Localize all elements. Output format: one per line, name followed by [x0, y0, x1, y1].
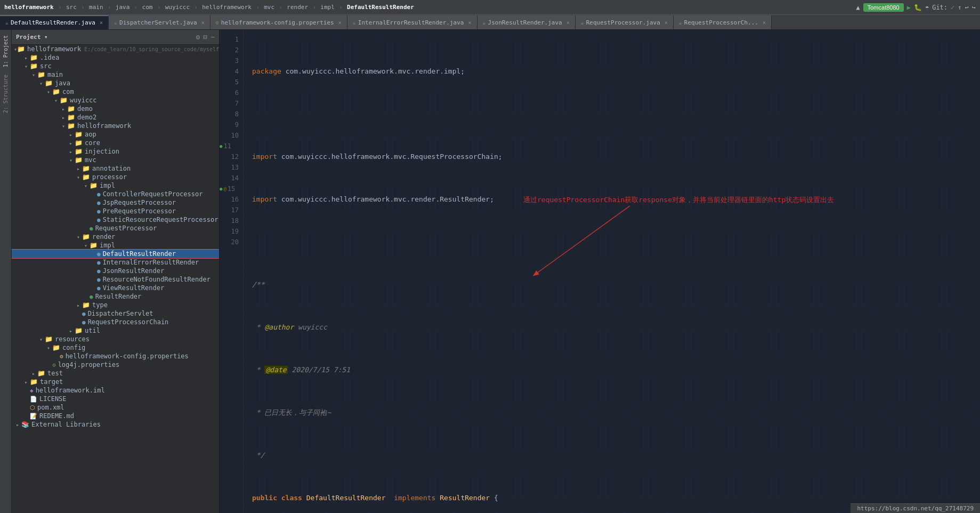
tree-item-aop[interactable]: ▸ 📁 aop — [12, 130, 219, 139]
folder-icon-demo2: 📁 — [67, 114, 75, 121]
java-interface-icon-rp: ● — [90, 225, 93, 232]
tree-item-annotation[interactable]: ▸ 📁 annotation — [12, 164, 219, 173]
tree-item-ierr[interactable]: ● InternalErrorResultRender — [12, 258, 219, 267]
undo-icon[interactable]: ↩ — [965, 4, 969, 11]
tree-item-target[interactable]: ▸ 📁 target — [12, 378, 219, 386]
tree-item-srrp[interactable]: ● StaticResourceRequestProcessor — [12, 215, 219, 224]
folder-icon-main: 📁 — [37, 71, 45, 78]
tree-item-readme[interactable]: 📝 REDEME.md — [12, 412, 219, 420]
tree-item-core[interactable]: ▸ 📁 core — [12, 139, 219, 147]
tab-default-result-render[interactable]: ☕ DefaultResultRender.java × — [0, 15, 109, 29]
tree-item-log4j[interactable]: ⚙ log4j.properties — [12, 360, 219, 369]
redo-icon[interactable]: ↪ — [972, 4, 976, 11]
tree-item-vrr[interactable]: ● ViewResultRender — [12, 284, 219, 292]
tree-arrow-wuyiccc: ▾ — [52, 98, 60, 103]
tab-request-processor-chain[interactable]: ☕ RequestProcessorCh... × — [674, 15, 772, 29]
tree-item-java[interactable]: ▾ 📁 java — [12, 79, 219, 87]
tab-close-7[interactable]: × — [763, 20, 766, 26]
tree-item-main[interactable]: ▾ 📁 main — [12, 70, 219, 79]
tab-java-icon-4: ☕ — [483, 20, 486, 26]
title-right-section: ▲ Tomcat8080 ▶ 🐛 ☂ Git: ✓ ↑ ↩ ↪ — [856, 3, 976, 12]
tab-close-1[interactable]: × — [100, 20, 103, 26]
tree-item-proc-impl[interactable]: ▾ 📁 impl — [12, 181, 219, 190]
tab-close-6[interactable]: × — [665, 20, 668, 26]
tree-label-com: com — [62, 88, 74, 95]
sidebar-layout-icon[interactable]: ⊟ — [203, 33, 207, 41]
tab-close-5[interactable]: × — [566, 20, 570, 26]
tree-item-hf-config[interactable]: ⚙ helloframework-config.properties — [12, 352, 219, 360]
tree-item-iml[interactable]: ◆ helloframework.iml — [12, 386, 219, 395]
java-icon-rpc: ● — [82, 319, 86, 326]
folder-icon-com: 📁 — [52, 88, 60, 95]
title-main: main — [89, 4, 103, 11]
tree-item-drr[interactable]: ● DefaultResultRender — [12, 250, 219, 258]
tree-item-idea[interactable]: ▸ 📁 .idea — [12, 53, 219, 62]
title-sep5: › — [157, 4, 160, 11]
code-content[interactable]: package com.wuyiccc.helloframework.mvc.r… — [244, 30, 980, 513]
tree-label-hf-config: helloframework-config.properties — [66, 352, 189, 360]
git-update-icon[interactable]: ↑ — [958, 4, 961, 11]
tree-item-render[interactable]: ▾ 📁 render — [12, 233, 219, 241]
tree-item-com[interactable]: ▾ 📁 com — [12, 87, 219, 96]
tree-item-crp[interactable]: ● ControllerRequestProcessor — [12, 190, 219, 198]
run-config-button[interactable]: Tomcat8080 — [863, 3, 904, 12]
tab-dispatcher-servlet[interactable]: ☕ DispatcherServlet.java × — [109, 15, 210, 29]
tree-label-injection: injection — [85, 148, 119, 155]
tree-item-mvc[interactable]: ▾ 📁 mvc — [12, 156, 219, 164]
tree-item-rpc[interactable]: ● RequestProcessorChain — [12, 318, 219, 326]
tree-item-hf[interactable]: ▾ 📁 helloframework — [12, 122, 219, 130]
tree-item-processor[interactable]: ▾ 📁 processor — [12, 173, 219, 181]
tree-item-root[interactable]: ▾ 📁 helloframework E:/code_learn/10_spri… — [12, 45, 219, 53]
tree-label-ext: External Libraries — [31, 421, 101, 428]
left-tab-structure[interactable]: 2: Structure — [2, 71, 10, 116]
tree-label-resources: resources — [55, 335, 90, 343]
title-sep10: › — [339, 4, 343, 11]
tree-item-pom[interactable]: ⬡ pom.xml — [12, 403, 219, 412]
project-tree: ▾ 📁 helloframework E:/code_learn/10_spri… — [12, 45, 219, 429]
tab-internal-error[interactable]: ☕ InternalErrorResultRender.java × — [347, 15, 477, 29]
sidebar-minimize-icon[interactable]: − — [210, 33, 215, 41]
tree-item-config[interactable]: ▾ 📁 config — [12, 343, 219, 352]
tree-arrow-render: ▾ — [75, 234, 82, 240]
folder-icon-injection: 📁 — [75, 148, 83, 155]
tab-close-3[interactable]: × — [338, 20, 342, 26]
code-editor[interactable]: 1 2 3 4 5 6 7 8 9 10 ●11 12 13 14 ●@15 1… — [220, 30, 980, 513]
debug-icon[interactable]: 🐛 — [914, 4, 922, 11]
sidebar-settings-icon[interactable]: ⚙ — [196, 33, 200, 41]
tree-item-ds[interactable]: ● DispatcherServlet — [12, 309, 219, 318]
tree-item-src[interactable]: ▾ 📁 src — [12, 62, 219, 70]
tree-item-demo2[interactable]: ▸ 📁 demo2 — [12, 113, 219, 122]
tree-item-util[interactable]: ▸ 📁 util — [12, 326, 219, 335]
coverage-icon[interactable]: ☂ — [925, 4, 929, 11]
left-tab-project[interactable]: 1: Project — [2, 32, 10, 70]
tree-item-jrp[interactable]: ● JspRequestProcessor — [12, 198, 219, 207]
tab-json-result-render[interactable]: ☕ JsonResultRender.java × — [477, 15, 576, 29]
git-check-icon[interactable]: ✓ — [951, 4, 954, 11]
run-icon[interactable]: ▶ — [907, 4, 911, 11]
tab-close-4[interactable]: × — [468, 20, 471, 26]
tree-item-rr-interface[interactable]: ● ResultRender — [12, 292, 219, 301]
folder-icon-processor: 📁 — [82, 173, 90, 181]
sidebar-header: Project ▾ ⚙ ⊟ − — [12, 30, 219, 45]
tree-item-resources[interactable]: ▾ 📁 resources — [12, 335, 219, 343]
tree-label-prp: PreRequestProcessor — [103, 207, 176, 215]
tree-item-test[interactable]: ▸ 📁 test — [12, 369, 219, 378]
prop-icon-hf: ⚙ — [60, 353, 63, 360]
tree-item-rnfrr[interactable]: ● ResourceNotFoundResultRender — [12, 275, 219, 284]
tree-item-demo[interactable]: ▸ 📁 demo — [12, 105, 219, 113]
tree-item-injection[interactable]: ▸ 📁 injection — [12, 147, 219, 156]
tab-close-2[interactable]: × — [201, 20, 205, 26]
up-icon[interactable]: ▲ — [856, 4, 860, 11]
tree-item-license[interactable]: 📄 LICENSE — [12, 395, 219, 403]
folder-icon-demo: 📁 — [67, 105, 75, 113]
tree-item-prp[interactable]: ● PreRequestProcessor — [12, 207, 219, 215]
tree-item-type[interactable]: ▸ 📁 type — [12, 301, 219, 309]
tree-item-wuyiccc[interactable]: ▾ 📁 wuyiccc — [12, 96, 219, 105]
tree-item-rp-interface[interactable]: ● RequestProcessor — [12, 224, 219, 233]
tree-item-render-impl[interactable]: ▾ 📁 impl — [12, 241, 219, 250]
tree-item-ext-libraries[interactable]: ▸ 📚 External Libraries — [12, 420, 219, 429]
tab-request-processor[interactable]: ☕ RequestProcessor.java × — [576, 15, 674, 29]
tab-helloframework-config[interactable]: ⚙ helloframework-config.properties × — [210, 15, 347, 29]
title-wuyiccc: wuyiccc — [165, 4, 190, 11]
tree-item-jrr[interactable]: ● JsonResultRender — [12, 267, 219, 275]
